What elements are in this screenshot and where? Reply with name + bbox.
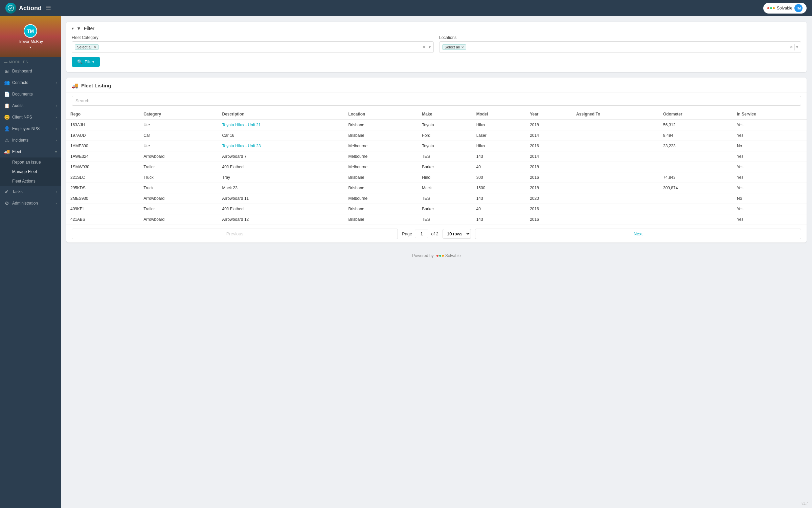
filter-button[interactable]: 🔍 Filter (72, 57, 100, 67)
sidebar-item-manage-fleet[interactable]: Manage Fleet (0, 167, 61, 176)
odometer-cell (659, 162, 733, 172)
next-button[interactable]: Next (475, 229, 801, 239)
model-cell: Hilux (472, 120, 526, 130)
year-cell: 2014 (526, 151, 572, 162)
chevron-down-icon: ▾ (72, 26, 74, 31)
locations-select[interactable]: Select all ✕ ✕ (439, 41, 801, 53)
fleet-category-tag-remove[interactable]: ✕ (94, 45, 96, 49)
sidebar-item-report-issue[interactable]: Report an Issue (0, 157, 61, 167)
filter-card: ▾ ▼ Filter Fleet Category Select all ✕ (66, 22, 807, 72)
table-row[interactable]: 421ABS Arrowboard Arrowboard 12 Brisbane… (66, 214, 807, 225)
year-cell: 2018 (526, 183, 572, 193)
table-row[interactable]: 295KDS Truck Mack 23 Brisbane Mack 1500 … (66, 183, 807, 193)
model-cell: Hilux (472, 141, 526, 151)
year-cell: 2018 (526, 120, 572, 130)
main-layout: TM Trevor McBay ▾ — MODULES ⊞ Dashboard … (0, 16, 812, 508)
sidebar-item-administration[interactable]: ⚙ Administration (0, 197, 61, 209)
fleet-submenu: Report an Issue Manage Fleet Fleet Actio… (0, 157, 61, 186)
app-logo[interactable]: Actiond (5, 3, 42, 14)
avatar[interactable]: TM (24, 24, 37, 38)
previous-button[interactable]: Previous (72, 229, 398, 239)
locations-tag-remove[interactable]: ✕ (461, 45, 464, 49)
sidebar-item-incidents[interactable]: ⚠ Incidents (0, 134, 61, 146)
location-cell: Melbourne (344, 151, 418, 162)
sidebar-item-fleet-actions[interactable]: Fleet Actions (0, 176, 61, 186)
col-in-service: In Service (733, 109, 807, 120)
dot-green (439, 255, 441, 257)
sidebar-item-contacts[interactable]: 👥 Contacts (0, 77, 61, 88)
footer: Powered by Solvable (66, 248, 807, 263)
locations-clear[interactable]: ✕ (790, 45, 793, 49)
filter-icon: ▼ (76, 26, 81, 31)
sidebar-item-label: Incidents (12, 138, 28, 143)
listing-header: 🚚 Fleet Listing (66, 78, 807, 92)
location-cell: Brisbane (344, 130, 418, 141)
sidebar-item-documents[interactable]: 📄 Documents (0, 88, 61, 100)
modules-label: — MODULES (0, 57, 61, 65)
sidebar-item-client-nps[interactable]: 😊 Client NPS (0, 111, 61, 123)
fleet-category-clear[interactable]: ✕ (422, 45, 426, 49)
sidebar-item-tasks[interactable]: ✔ Tasks (0, 186, 61, 197)
model-cell: 40 (472, 162, 526, 172)
assigned-to-cell (572, 172, 659, 183)
locations-chevron[interactable] (796, 45, 798, 49)
dot-red (436, 255, 438, 257)
make-cell: Ford (418, 130, 472, 141)
table-row[interactable]: 1SMW930 Trailer 40ft Flatbed Melbourne B… (66, 162, 807, 172)
sidebar-item-label: Tasks (12, 189, 23, 194)
odometer-cell (659, 151, 733, 162)
search-input[interactable] (72, 96, 801, 106)
sidebar-item-dashboard[interactable]: ⊞ Dashboard (0, 65, 61, 77)
assigned-to-cell (572, 130, 659, 141)
table-row[interactable]: 221SLC Truck Tray Brisbane Hino 300 2016… (66, 172, 807, 183)
description-cell[interactable]: Toyota Hilux - Unit 23 (218, 141, 344, 151)
sidebar-item-fleet[interactable]: 🚚 Fleet (0, 146, 61, 157)
powered-by-label: Powered by (412, 253, 433, 258)
table-row[interactable]: 163AJH Ute Toyota Hilux - Unit 21 Brisba… (66, 120, 807, 130)
make-cell: Toyota (418, 141, 472, 151)
hamburger-menu[interactable]: ☰ (46, 4, 51, 12)
assigned-to-cell (572, 204, 659, 214)
odometer-cell: 56,312 (659, 120, 733, 130)
chevron-right-icon (56, 127, 57, 131)
assigned-to-cell (572, 151, 659, 162)
filter-header[interactable]: ▾ ▼ Filter (66, 22, 807, 35)
user-dropdown-arrow[interactable]: ▾ (29, 45, 31, 49)
sidebar-item-label: Client NPS (12, 115, 32, 120)
rows-select[interactable]: 10 rows 25 rows 50 rows (443, 229, 471, 239)
location-cell: Brisbane (344, 183, 418, 193)
table-row[interactable]: 2MES930 Arrowboard Arrowboard 11 Melbour… (66, 193, 807, 204)
chevron-right-icon (56, 202, 57, 205)
sidebar-item-audits[interactable]: 📋 Audits (0, 100, 61, 111)
model-cell: 300 (472, 172, 526, 183)
locations-tag: Select all ✕ (442, 44, 466, 50)
logo-icon (5, 3, 16, 14)
in-service-cell: No (733, 141, 807, 151)
fleet-category-tag: Select all ✕ (75, 44, 99, 50)
page-input[interactable] (415, 230, 428, 238)
fleet-category-select[interactable]: Select all ✕ ✕ (72, 41, 434, 53)
col-assigned-to: Assigned To (572, 109, 659, 120)
table-row[interactable]: 1AWE324 Arrowboard Arrowboard 7 Melbourn… (66, 151, 807, 162)
fleet-category-chevron[interactable] (429, 45, 431, 49)
description-cell[interactable]: Toyota Hilux - Unit 21 (218, 120, 344, 130)
incidents-icon: ⚠ (4, 137, 9, 143)
sidebar-item-employee-nps[interactable]: 👤 Employee NPS (0, 123, 61, 134)
table-header-row: Rego Category Description Location Make … (66, 109, 807, 120)
chevron-right-icon (56, 115, 57, 119)
location-cell: Brisbane (344, 214, 418, 225)
divider (794, 44, 795, 50)
location-cell: Melbourne (344, 193, 418, 204)
tasks-icon: ✔ (4, 189, 9, 194)
in-service-cell: Yes (733, 120, 807, 130)
table-row[interactable]: 197AUD Car Car 16 Brisbane Ford Laser 20… (66, 130, 807, 141)
description-cell: Mack 23 (218, 183, 344, 193)
description-cell: Arrowboard 11 (218, 193, 344, 204)
user-tm-badge[interactable]: TM (794, 4, 803, 12)
search-icon: 🔍 (77, 59, 83, 64)
model-cell: 143 (472, 214, 526, 225)
table-row[interactable]: 1AME390 Ute Toyota Hilux - Unit 23 Melbo… (66, 141, 807, 151)
in-service-cell: Yes (733, 130, 807, 141)
main-content: ▾ ▼ Filter Fleet Category Select all ✕ (61, 16, 812, 508)
table-row[interactable]: 409KEL Trailer 40ft Flatbed Brisbane Bar… (66, 204, 807, 214)
